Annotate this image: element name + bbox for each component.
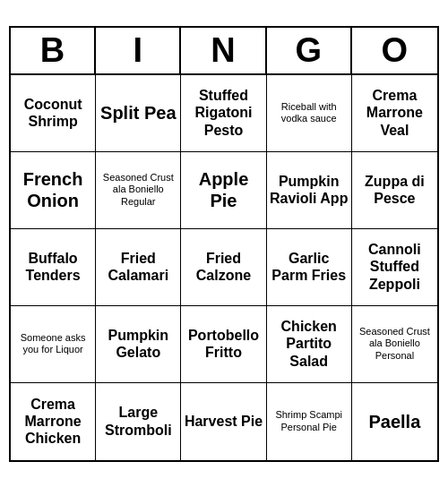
bingo-cell-7: Apple Pie bbox=[181, 152, 266, 229]
bingo-cell-16: Pumpkin Gelato bbox=[96, 306, 181, 383]
bingo-cell-23: Shrimp Scampi Personal Pie bbox=[267, 383, 352, 460]
bingo-cell-6: Seasoned Crust ala Boniello Regular bbox=[96, 152, 181, 229]
bingo-cell-19: Seasoned Crust ala Boniello Personal bbox=[352, 306, 437, 383]
bingo-cell-12: Fried Calzone bbox=[181, 229, 266, 306]
bingo-cell-10: Buffalo Tenders bbox=[11, 229, 96, 306]
bingo-cell-21: Large Stromboli bbox=[96, 383, 181, 460]
bingo-cell-17: Portobello Fritto bbox=[181, 306, 266, 383]
bingo-cell-18: Chicken Partito Salad bbox=[267, 306, 352, 383]
bingo-cell-9: Zuppa di Pesce bbox=[352, 152, 437, 229]
bingo-cell-20: Crema Marrone Chicken bbox=[11, 383, 96, 460]
bingo-cell-1: Split Pea bbox=[96, 75, 181, 152]
bingo-cell-2: Stuffed Rigatoni Pesto bbox=[181, 75, 266, 152]
bingo-letter-b: B bbox=[11, 28, 96, 73]
bingo-card: BINGO Coconut ShrimpSplit PeaStuffed Rig… bbox=[9, 26, 439, 462]
bingo-cell-8: Pumpkin Ravioli App bbox=[267, 152, 352, 229]
bingo-grid: Coconut ShrimpSplit PeaStuffed Rigatoni … bbox=[11, 75, 437, 460]
bingo-cell-3: Riceball with vodka sauce bbox=[267, 75, 352, 152]
bingo-cell-4: Crema Marrone Veal bbox=[352, 75, 437, 152]
bingo-cell-11: Fried Calamari bbox=[96, 229, 181, 306]
bingo-cell-24: Paella bbox=[352, 383, 437, 460]
bingo-cell-0: Coconut Shrimp bbox=[11, 75, 96, 152]
bingo-cell-14: Cannoli Stuffed Zeppoli bbox=[352, 229, 437, 306]
bingo-letter-i: I bbox=[96, 28, 181, 73]
bingo-letter-g: G bbox=[267, 28, 352, 73]
bingo-letter-o: O bbox=[352, 28, 437, 73]
bingo-cell-5: French Onion bbox=[11, 152, 96, 229]
bingo-cell-22: Harvest Pie bbox=[181, 383, 266, 460]
bingo-header: BINGO bbox=[11, 28, 437, 75]
bingo-cell-15: Someone asks you for Liquor bbox=[11, 306, 96, 383]
bingo-letter-n: N bbox=[181, 28, 266, 73]
bingo-cell-13: Garlic Parm Fries bbox=[267, 229, 352, 306]
